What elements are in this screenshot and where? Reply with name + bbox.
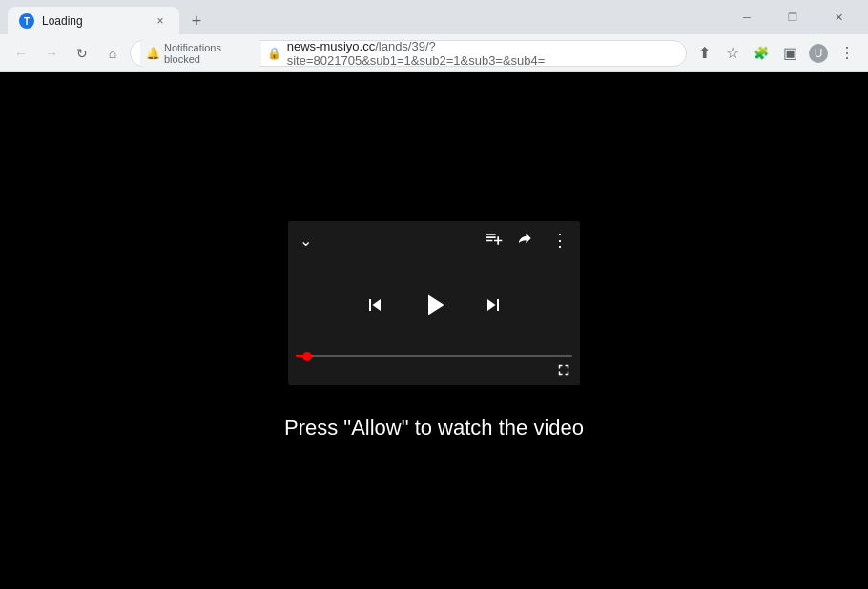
fullscreen-icon [555,361,572,378]
url-domain: news-musiyo.cc [287,39,375,53]
player-controls [288,259,580,351]
player-chevron-icon[interactable]: ⌄ [300,232,312,250]
sidebar-icon: ▣ [783,44,797,62]
play-icon [417,288,451,322]
profile-icon: U [809,44,828,63]
share-button[interactable]: ⬆ [691,40,717,67]
next-track-icon [482,294,505,316]
player-bottom-bar [296,361,572,381]
extensions-icon: 🧩 [754,46,769,60]
bookmark-button[interactable]: ☆ [719,40,746,67]
play-button[interactable] [417,288,451,322]
new-tab-button[interactable]: + [183,8,210,34]
add-to-queue-button[interactable] [485,229,504,252]
bookmark-icon: ☆ [726,44,739,62]
url-bar[interactable]: 🔔 Notifications blocked 🔒 news-musiyo.cc… [130,40,687,67]
share-icon: ⬆ [698,44,711,62]
extensions-button[interactable]: 🧩 [748,40,775,67]
forward-button[interactable]: → [38,40,65,67]
tab-close-button[interactable]: × [153,13,168,29]
share-player-button[interactable] [519,230,536,251]
playlist-add-icon [485,229,504,248]
menu-icon: ⋮ [839,44,855,62]
prev-track-button[interactable] [363,294,386,316]
url-text: news-musiyo.cc/lands/39/?site=8021705&su… [287,39,676,68]
prev-track-icon [363,294,386,316]
notification-blocked-indicator[interactable]: 🔔 Notifications blocked [140,40,261,67]
toolbar-icons: ⬆ ☆ 🧩 ▣ U ⋮ [691,40,860,67]
back-button[interactable]: ← [8,40,34,67]
lock-icon: 🔒 [267,47,281,60]
progress-bar[interactable] [296,355,572,357]
fullscreen-button[interactable] [555,361,572,381]
share-player-icon [519,230,536,247]
home-icon: ⌂ [109,46,116,61]
more-options-button[interactable]: ⋮ [551,230,568,251]
video-player: ⌄ ⋮ [288,221,580,385]
forward-icon: → [45,46,58,61]
tab-title: Loading [42,14,145,28]
minimize-button[interactable]: ─ [725,0,769,34]
refresh-icon: ↻ [76,46,88,61]
cta-text: Press "Allow" to watch the video [284,416,584,440]
refresh-button[interactable]: ↻ [69,40,95,67]
address-bar: ← → ↻ ⌂ 🔔 Notifications blocked 🔒 news-m… [0,34,868,72]
notification-blocked-label: Notifications blocked [164,42,256,65]
window-controls: ─ ❐ ✕ [725,0,860,34]
notification-bell-icon: 🔔 [146,47,160,60]
player-top-bar: ⌄ ⋮ [288,221,580,259]
tab-favicon: T [19,13,34,29]
page-content: ⌄ ⋮ [0,72,868,589]
home-button[interactable]: ⌂ [99,40,126,67]
player-top-actions: ⋮ [485,229,568,252]
chrome-browser-window: T Loading × + ─ ❐ ✕ ← → ↻ ⌂ 🔔 [0,0,868,589]
restore-button[interactable]: ❐ [771,0,815,34]
more-options-icon: ⋮ [551,231,568,250]
profile-button[interactable]: U [805,40,832,67]
progress-dot [302,352,312,361]
player-bottom [288,351,580,385]
title-bar: T Loading × + ─ ❐ ✕ [0,0,868,34]
menu-button[interactable]: ⋮ [834,40,860,67]
next-track-button[interactable] [482,294,505,316]
close-button[interactable]: ✕ [816,0,860,34]
sidebar-button[interactable]: ▣ [776,40,803,67]
active-tab[interactable]: T Loading × [8,7,179,35]
back-icon: ← [14,46,28,61]
tab-bar: T Loading × + [8,0,725,34]
